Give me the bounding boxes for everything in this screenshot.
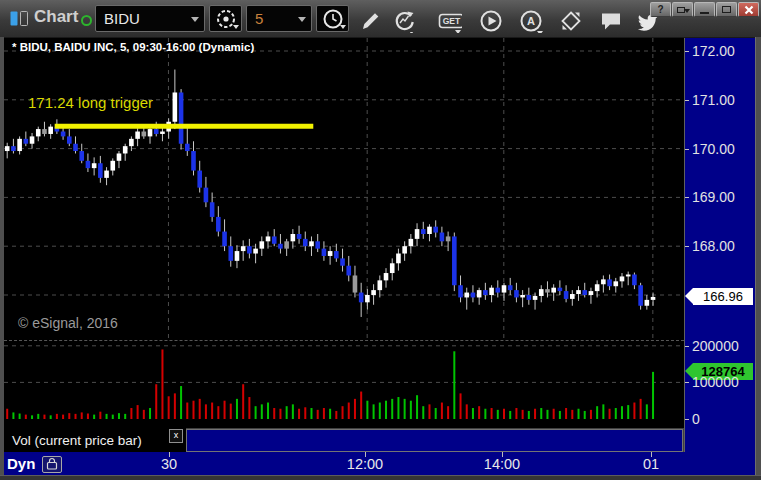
volume-tick-label: 0 [692,411,700,427]
price-gridlines [4,38,684,340]
time-label: 30 [161,456,177,472]
auto-trade-icon[interactable]: A [519,9,543,33]
price-tick-label: 170.00 [692,141,735,157]
volume-pane [4,340,684,428]
window-menu-button[interactable] [672,2,693,17]
diamond-arrows-icon[interactable] [559,9,583,33]
toolbar: Chart BIDU 5 [0,0,761,38]
window-frame-bottom [0,475,761,480]
chevron-down-icon [684,9,690,13]
help-button[interactable]: ? [650,2,671,17]
close-icon: x [174,430,179,440]
reload-chart-icon[interactable] [392,9,416,33]
close-study-button[interactable]: x [169,429,183,443]
symbol-value: BIDU [104,10,140,27]
symbol-options-button[interactable] [209,5,242,32]
chevron-down-icon [233,25,239,29]
axis-tick [685,197,689,198]
auto-trade-label: A [527,15,535,27]
close-button[interactable] [738,2,759,17]
close-icon [744,5,754,15]
chart-title: * BIDU, BAIDU INC, 5, 09:30-16:00 (Dynam… [12,41,254,53]
axis-tick [685,149,689,150]
dynamic-mode-label: Dyn [7,455,35,472]
time-label: 01 [643,456,659,472]
help-label: ? [657,4,663,15]
chevron-down-icon [191,17,199,22]
replay-play-icon[interactable] [479,9,503,33]
time-label: 14:00 [484,456,520,472]
draw-pencil-icon[interactable] [358,9,382,33]
get-data-icon[interactable]: GET [438,9,462,33]
lock-button[interactable] [42,456,62,473]
maximize-icon [722,6,731,13]
price-tick-label: 171.00 [692,92,735,108]
window-title: Chart [34,7,78,27]
badge-arrow-icon [685,288,693,304]
volume-study-tab[interactable]: Vol (current price bar) x [4,428,186,452]
last-price-value: 166.96 [703,289,743,304]
axis-tick [685,382,689,383]
axis-tick [685,346,689,347]
volume-study-label: Vol (current price bar) [12,433,142,448]
volume-gridlines [4,346,684,383]
volume-bars [6,349,654,419]
volume-tick-label: 200000 [692,338,739,354]
axis-tick [685,246,689,247]
axis-tick [685,419,689,420]
price-tick-label: 169.00 [692,189,735,205]
esignal-chart-window: Chart BIDU 5 [0,0,761,480]
annotation-label[interactable]: 171.24 long trigger [28,94,153,111]
price-plot[interactable] [4,38,684,340]
symbol-combo[interactable]: BIDU [95,5,205,32]
panels-icon [10,11,30,27]
time-template-button[interactable] [316,5,349,32]
watermark: © eSignal, 2016 [18,315,118,331]
get-label: GET [443,16,461,26]
price-tick-label: 168.00 [692,238,735,254]
window-frame-right [755,37,761,480]
interval-combo[interactable]: 5 [246,5,312,32]
chat-bubble-icon[interactable] [599,9,623,33]
price-pane: * BIDU, BAIDU INC, 5, 09:30-16:00 (Dynam… [4,38,684,340]
minimize-button[interactable] [694,2,715,17]
volume-plot[interactable] [4,341,684,428]
horizontal-scrollbar[interactable] [186,429,683,452]
chevron-down-icon [298,17,306,22]
last-price-badge: 166.96 [693,288,753,305]
connection-status-icon [81,15,92,26]
maximize-button[interactable] [716,2,737,17]
price-axis[interactable]: 166.96 128764 172.00171.00170.00169.0016… [684,38,755,475]
price-tick-label: 172.00 [692,43,735,59]
axis-tick [685,51,689,52]
volume-tick-label: 100000 [692,374,739,390]
interval-value: 5 [255,10,263,27]
lock-icon [44,457,60,470]
time-axis[interactable]: Dyn 30 12:00 14:00 01 [4,452,755,475]
window-controls: ? [650,2,759,17]
time-label: 12:00 [347,456,383,472]
minimize-icon [700,12,709,14]
chevron-down-icon [340,25,346,29]
axis-tick [685,100,689,101]
